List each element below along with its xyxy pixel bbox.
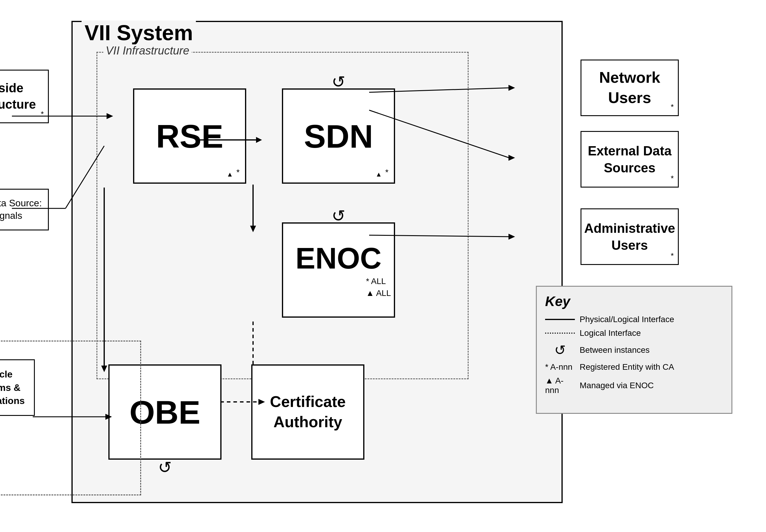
enoc-box: ENOC ↺ * ALL ▲ ALL <box>282 222 395 318</box>
network-users-label: Network Users <box>584 68 675 108</box>
key-item-dotted: Logical Interface <box>545 328 723 338</box>
key-item-loop: ↺ Between instances <box>545 342 723 358</box>
key-dotted-line <box>545 333 575 334</box>
vii-system-box: VII System VII Infrastructure RSE * ▲ SD… <box>71 21 563 503</box>
key-dot-ca-text: Registered Entity with CA <box>580 362 674 372</box>
ext-data-sources-box: External Data Sources * <box>581 131 679 188</box>
key-tri-enoc-symbol: ▲ A-nnn <box>545 376 575 395</box>
obe-loop-icon: ↺ <box>158 458 172 477</box>
sdn-label: SDN <box>304 117 373 155</box>
gps-box: External Data Source: GPS Signals <box>0 189 49 230</box>
vehicle-systems-label: Vehicle Systems & Applications <box>0 368 31 408</box>
gps-label: External Data Source: GPS Signals <box>0 197 45 222</box>
enoc-dot-all: * ALL <box>366 275 391 287</box>
admin-users-dot: * <box>671 251 674 260</box>
roadside-box: Roadside Infrastructure * <box>0 70 49 123</box>
rse-box: RSE * ▲ <box>133 88 246 184</box>
key-loop-symbol: ↺ <box>545 342 575 358</box>
key-item-solid: Physical/Logical Interface <box>545 315 723 324</box>
enoc-loop-icon: ↺ <box>332 206 345 225</box>
enoc-label: ENOC <box>296 241 382 275</box>
sdn-tri-marker: ▲ <box>375 171 382 178</box>
network-users-dot: * <box>671 102 674 112</box>
enoc-tri-all: ▲ ALL <box>366 287 391 299</box>
key-item-dot-ca: * A-nnn Registered Entity with CA <box>545 362 723 372</box>
ext-data-label: External Data Sources <box>584 142 675 176</box>
sdn-loop-icon: ↺ <box>332 72 345 91</box>
key-box: Key Physical/Logical Interface Logical I… <box>536 286 732 414</box>
sdn-dot-marker: * <box>385 168 389 177</box>
vehicle-box: Vehicle Vehicle Systems & Applications <box>0 341 141 495</box>
enoc-annotations: * ALL ▲ ALL <box>366 275 394 299</box>
vii-infra-title: VII Infrastructure <box>103 44 192 57</box>
rse-dot-marker: * <box>236 168 240 177</box>
key-title: Key <box>545 293 723 309</box>
roadside-label: Roadside Infrastructure <box>0 80 45 113</box>
admin-users-label: Administrative Users <box>584 220 675 254</box>
key-solid-line <box>545 319 575 320</box>
key-item-tri-enoc: ▲ A-nnn Managed via ENOC <box>545 376 723 395</box>
key-dotted-text: Logical Interface <box>580 328 641 338</box>
vii-infra-box: VII Infrastructure RSE * ▲ SDN ↺ * ▲ ENO… <box>96 52 469 379</box>
ext-data-dot: * <box>671 174 674 183</box>
key-loop-text: Between instances <box>580 345 650 355</box>
key-dot-ca-symbol: * A-nnn <box>545 362 575 372</box>
network-users-box: Network Users * <box>581 60 679 116</box>
vii-system-title: VII System <box>82 21 196 45</box>
key-tri-enoc-text: Managed via ENOC <box>580 381 654 390</box>
rse-label: RSE <box>156 117 223 155</box>
sdn-box: SDN ↺ * ▲ <box>282 88 395 184</box>
rse-tri-marker: ▲ <box>227 171 233 178</box>
ca-label: CertificateAuthority <box>270 392 346 432</box>
admin-users-box: Administrative Users * <box>581 208 679 265</box>
roadside-dot: * <box>41 110 44 119</box>
key-solid-text: Physical/Logical Interface <box>580 315 674 324</box>
ca-box: CertificateAuthority <box>251 364 364 460</box>
vehicle-systems-box: Vehicle Systems & Applications <box>0 359 35 416</box>
